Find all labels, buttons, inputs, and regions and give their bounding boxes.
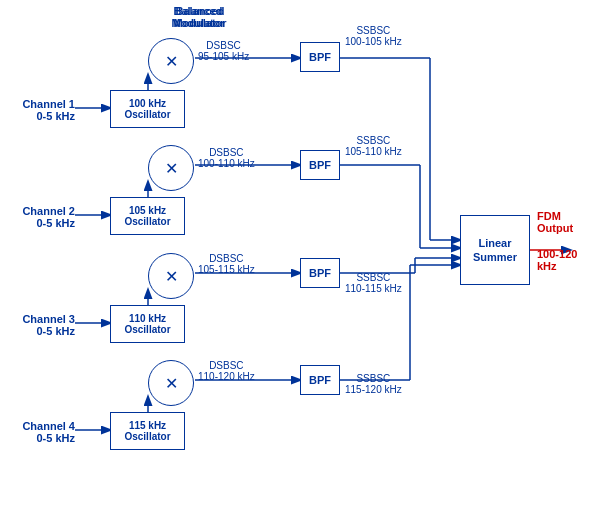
bm-ch2: ✕ — [148, 145, 194, 191]
channel3-label: Channel 3 0-5 kHz — [5, 313, 75, 337]
ssbsc-ch2: SSBSC105-110 kHz — [345, 135, 402, 157]
ssbsc-ch3: SSBSC110-115 kHz — [345, 272, 402, 294]
osc-ch3: 110 kHz Oscillator — [110, 305, 185, 343]
channel4-label: Channel 4 0-5 kHz — [5, 420, 75, 444]
fdm-output-label: FDMOutput — [537, 210, 573, 234]
bm-ch4: ✕ — [148, 360, 194, 406]
bm-ch1: ✕ — [148, 38, 194, 84]
osc-ch4: 115 kHz Oscillator — [110, 412, 185, 450]
bm-ch3: ✕ — [148, 253, 194, 299]
linear-summer-box: LinearSummer — [460, 215, 530, 285]
channel1-label: Channel 1 0-5 kHz — [5, 98, 75, 122]
bpf-ch4: BPF — [300, 365, 340, 395]
dsbsc-ch2: DSBSC100-110 kHz — [198, 147, 255, 169]
osc-ch1: 100 kHz Oscillator — [110, 90, 185, 128]
ssbsc-ch1: SSBSC100-105 kHz — [345, 25, 402, 47]
bpf-ch3: BPF — [300, 258, 340, 288]
channel2-label: Channel 2 0-5 kHz — [5, 205, 75, 229]
fdm-output-freq: 100-120kHz — [537, 248, 577, 272]
dsbsc-ch3: DSBSC105-115 kHz — [198, 253, 255, 275]
ssbsc-ch4: SSBSC115-120 kHz — [345, 373, 402, 395]
bm-header-label: Balanced Modulator — [148, 5, 248, 29]
dsbsc-ch1: DSBSC95-105 kHz — [198, 40, 249, 62]
bpf-ch2: BPF — [300, 150, 340, 180]
osc-ch2: 105 kHz Oscillator — [110, 197, 185, 235]
dsbsc-ch4: DSBSC110-120 kHz — [198, 360, 255, 382]
bpf-ch1: BPF — [300, 42, 340, 72]
